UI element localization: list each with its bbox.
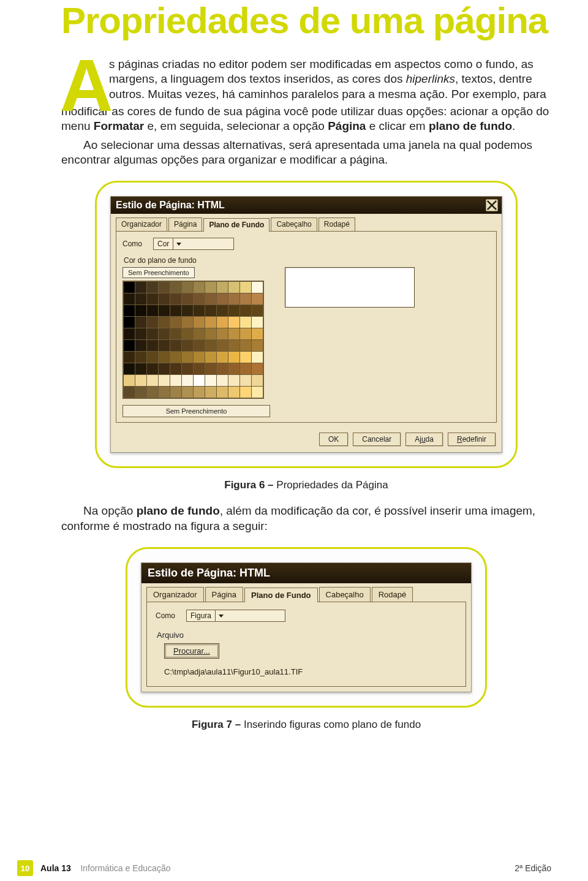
color-swatch[interactable]	[182, 387, 193, 398]
color-swatch[interactable]	[147, 282, 158, 293]
color-swatch[interactable]	[240, 328, 251, 339]
color-swatch[interactable]	[182, 352, 193, 363]
color-swatch[interactable]	[135, 387, 146, 398]
color-swatch[interactable]	[135, 293, 146, 304]
color-swatch[interactable]	[228, 328, 239, 339]
color-swatch[interactable]	[228, 282, 239, 293]
color-swatch[interactable]	[159, 328, 170, 339]
color-swatch[interactable]	[217, 317, 228, 328]
color-swatch[interactable]	[159, 293, 170, 304]
color-swatch[interactable]	[194, 328, 205, 339]
color-swatch[interactable]	[228, 375, 239, 386]
color-swatch[interactable]	[205, 375, 216, 386]
color-swatch[interactable]	[194, 305, 205, 316]
tab-pagina[interactable]: Página	[168, 217, 202, 231]
color-swatch[interactable]	[135, 305, 146, 316]
color-swatch[interactable]	[252, 363, 263, 374]
color-swatch[interactable]	[228, 340, 239, 351]
color-swatch[interactable]	[147, 328, 158, 339]
como-combo[interactable]: Cor	[153, 238, 234, 250]
color-swatch[interactable]	[182, 363, 193, 374]
color-swatch[interactable]	[170, 375, 181, 386]
color-swatch[interactable]	[135, 363, 146, 374]
color-swatch[interactable]	[124, 340, 135, 351]
color-swatch[interactable]	[194, 282, 205, 293]
color-swatch[interactable]	[205, 387, 216, 398]
color-swatch[interactable]	[240, 282, 251, 293]
color-swatch[interactable]	[159, 387, 170, 398]
color-swatch[interactable]	[205, 352, 216, 363]
color-swatch[interactable]	[170, 387, 181, 398]
color-swatch[interactable]	[147, 387, 158, 398]
color-swatch[interactable]	[228, 363, 239, 374]
color-swatch[interactable]	[205, 340, 216, 351]
color-swatch[interactable]	[228, 293, 239, 304]
color-swatch[interactable]	[205, 293, 216, 304]
color-swatch[interactable]	[182, 375, 193, 386]
procurar-button[interactable]: Procurar...	[164, 643, 219, 659]
color-swatch[interactable]	[159, 282, 170, 293]
color-swatch[interactable]	[240, 305, 251, 316]
color-swatch[interactable]	[159, 375, 170, 386]
color-swatch[interactable]	[252, 340, 263, 351]
color-swatch[interactable]	[182, 282, 193, 293]
color-swatch[interactable]	[159, 317, 170, 328]
color-swatch[interactable]	[159, 305, 170, 316]
color-swatch[interactable]	[135, 328, 146, 339]
redefine-button[interactable]: Redefinir	[448, 433, 496, 446]
color-swatch[interactable]	[205, 282, 216, 293]
color-swatch[interactable]	[240, 293, 251, 304]
cancel-button[interactable]: Cancelar	[353, 433, 401, 446]
color-swatch[interactable]	[194, 340, 205, 351]
color-swatch[interactable]	[228, 305, 239, 316]
color-swatch[interactable]	[228, 387, 239, 398]
color-swatch[interactable]	[159, 352, 170, 363]
como-combo-2[interactable]: Figura	[186, 610, 285, 622]
color-swatch[interactable]	[205, 363, 216, 374]
color-swatch[interactable]	[135, 352, 146, 363]
color-swatch[interactable]	[205, 305, 216, 316]
color-swatch[interactable]	[194, 293, 205, 304]
color-swatch[interactable]	[252, 387, 263, 398]
color-swatch[interactable]	[217, 282, 228, 293]
color-swatch[interactable]	[124, 375, 135, 386]
color-swatch[interactable]	[124, 363, 135, 374]
color-swatch[interactable]	[159, 340, 170, 351]
color-swatch[interactable]	[124, 305, 135, 316]
color-swatch[interactable]	[170, 340, 181, 351]
tab2-plano-de-fundo[interactable]: Plano de Fundo	[244, 588, 318, 602]
color-swatch[interactable]	[182, 340, 193, 351]
color-swatch[interactable]	[135, 375, 146, 386]
tab-plano-de-fundo[interactable]: Plano de Fundo	[203, 218, 270, 232]
color-swatch[interactable]	[124, 387, 135, 398]
color-swatch[interactable]	[135, 340, 146, 351]
color-swatch[interactable]	[252, 317, 263, 328]
color-swatch[interactable]	[124, 352, 135, 363]
tab2-cabecalho[interactable]: Cabeçalho	[319, 587, 371, 602]
color-swatch[interactable]	[217, 305, 228, 316]
color-swatch[interactable]	[217, 340, 228, 351]
color-swatch[interactable]	[217, 293, 228, 304]
color-swatch[interactable]	[240, 363, 251, 374]
color-swatch[interactable]	[170, 352, 181, 363]
color-swatch[interactable]	[240, 375, 251, 386]
color-swatch[interactable]	[170, 293, 181, 304]
color-swatch[interactable]	[182, 328, 193, 339]
color-palette[interactable]	[123, 281, 264, 399]
color-swatch[interactable]	[240, 317, 251, 328]
color-swatch[interactable]	[194, 375, 205, 386]
color-swatch[interactable]	[182, 305, 193, 316]
color-swatch[interactable]	[252, 352, 263, 363]
color-swatch[interactable]	[252, 305, 263, 316]
color-swatch[interactable]	[135, 282, 146, 293]
color-swatch[interactable]	[228, 352, 239, 363]
color-swatch[interactable]	[159, 363, 170, 374]
color-swatch[interactable]	[147, 305, 158, 316]
color-swatch[interactable]	[252, 293, 263, 304]
color-swatch[interactable]	[217, 363, 228, 374]
close-button[interactable]	[486, 199, 498, 211]
color-swatch[interactable]	[217, 387, 228, 398]
color-swatch[interactable]	[252, 282, 263, 293]
color-swatch[interactable]	[240, 387, 251, 398]
color-swatch[interactable]	[182, 293, 193, 304]
